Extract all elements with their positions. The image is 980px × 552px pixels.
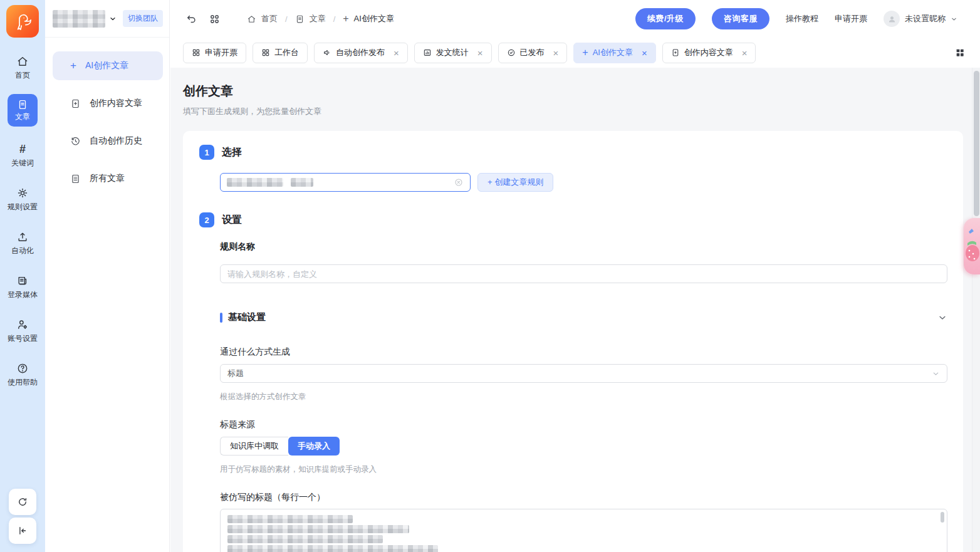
rail-item-account-settings[interactable]: 账号设置 xyxy=(0,318,45,344)
app-logo[interactable] xyxy=(6,5,39,38)
tab-auto-create-publish[interactable]: 自动创作发布 × xyxy=(314,43,408,63)
tab-create-content-article[interactable]: 创作内容文章 × xyxy=(662,43,756,63)
promo-float-widget[interactable] xyxy=(964,218,980,274)
close-icon[interactable]: × xyxy=(642,48,647,58)
chevron-down-icon[interactable] xyxy=(109,15,117,23)
breadcrumb-item-current: AI创作文章 xyxy=(354,13,394,24)
selected-rule-redacted xyxy=(227,178,283,187)
rule-name-input[interactable] xyxy=(220,264,947,283)
generation-method-select[interactable]: 标题 xyxy=(220,364,947,383)
tab-layout-grid-icon[interactable] xyxy=(955,48,965,58)
plus-icon: + xyxy=(582,48,588,58)
tab-label: 创作内容文章 xyxy=(684,47,733,58)
account-gear-icon xyxy=(16,318,29,331)
step-2-header: 2 设置 xyxy=(199,212,242,227)
rail-item-login-media[interactable]: 登录媒体 xyxy=(0,274,45,300)
tab-workbench[interactable]: 工作台 xyxy=(253,43,308,63)
file-plus-icon xyxy=(671,48,680,57)
source-option-manual-entry[interactable]: 手动录入 xyxy=(288,437,340,456)
tab-label: AI创作文章 xyxy=(593,47,633,58)
rail-item-label: 首页 xyxy=(15,70,30,81)
tab-label: 工作台 xyxy=(274,47,299,58)
team-name-redacted[interactable] xyxy=(53,10,105,28)
tab-invoice[interactable]: 申请开票 xyxy=(183,43,246,63)
selected-rule-redacted xyxy=(291,178,313,187)
panel-item-auto-create-history[interactable]: 自动创作历史 xyxy=(53,127,163,155)
renew-upgrade-button[interactable]: 续费/升级 xyxy=(635,8,696,29)
user-menu[interactable]: 未设置昵称 xyxy=(884,11,957,27)
check-circle-icon xyxy=(507,48,516,57)
team-panel: 切换团队 + AI创作文章 创作内容文章 自动创作历史 所有文章 xyxy=(45,0,170,552)
file-icon xyxy=(295,14,305,24)
close-icon[interactable]: × xyxy=(553,48,559,58)
article-icon xyxy=(17,99,28,110)
rail-item-rule-settings[interactable]: 规则设置 xyxy=(0,187,45,212)
apps-grid-icon[interactable] xyxy=(209,13,221,25)
document-icon xyxy=(70,174,81,184)
rail-item-keywords[interactable]: # 关键词 xyxy=(0,143,45,169)
title-line-redacted xyxy=(227,515,353,523)
rail-item-automation[interactable]: 自动化 xyxy=(0,231,45,256)
panel-item-label: 自动创作历史 xyxy=(90,135,142,147)
page-scrollbar[interactable] xyxy=(972,68,980,552)
back-icon[interactable] xyxy=(185,13,197,25)
create-article-card: 1 选择 + 创建文章规则 2 设置 规则名称 基础设置 xyxy=(183,131,963,552)
step-2-badge: 2 xyxy=(199,212,214,227)
title-source-toggle: 知识库中调取 手动录入 xyxy=(220,437,340,456)
rail-item-articles[interactable]: 文章 xyxy=(8,94,38,127)
upload-icon xyxy=(16,231,29,243)
panel-item-all-articles[interactable]: 所有文章 xyxy=(53,164,163,193)
megaphone-icon xyxy=(323,48,331,57)
rail-item-label: 登录媒体 xyxy=(8,289,38,300)
close-icon[interactable]: × xyxy=(742,48,748,58)
tab-label: 发文统计 xyxy=(436,47,469,58)
collapse-sidebar-button[interactable] xyxy=(9,518,36,544)
panel-item-label: 所有文章 xyxy=(90,173,125,184)
title-line-redacted xyxy=(227,545,438,552)
clear-selection-icon[interactable] xyxy=(454,177,464,187)
scrollbar-thumb[interactable] xyxy=(974,71,979,216)
collapse-left-icon xyxy=(17,525,28,536)
close-icon[interactable]: × xyxy=(477,48,483,58)
textarea-scrollbar-thumb[interactable] xyxy=(941,512,944,523)
breadcrumb-item-articles[interactable]: 文章 xyxy=(310,13,326,24)
tab-label: 已发布 xyxy=(520,47,545,58)
tutorial-link[interactable]: 操作教程 xyxy=(786,13,818,24)
basic-settings-title: 基础设置 xyxy=(228,311,266,323)
tab-publish-stats[interactable]: 发文统计 × xyxy=(414,43,492,63)
generation-method-value: 标题 xyxy=(227,368,244,379)
step-1-header: 1 选择 xyxy=(199,145,242,160)
chevron-down-icon xyxy=(951,16,957,23)
invoice-link[interactable]: 申请开票 xyxy=(835,13,867,24)
chevron-down-icon[interactable] xyxy=(937,313,947,323)
switch-team-button[interactable]: 切换团队 xyxy=(123,10,163,27)
rail-item-label: 规则设置 xyxy=(8,202,38,212)
tab-published[interactable]: 已发布 × xyxy=(498,43,568,63)
create-article-rule-button[interactable]: + 创建文章规则 xyxy=(477,173,553,192)
article-rule-select[interactable] xyxy=(220,173,471,192)
close-icon[interactable]: × xyxy=(394,48,399,58)
home-icon xyxy=(247,14,256,24)
basic-settings-header[interactable]: 基础设置 xyxy=(220,311,947,323)
nickname-label: 未设置昵称 xyxy=(905,13,946,24)
plus-icon: + xyxy=(343,13,348,24)
refresh-button[interactable] xyxy=(9,489,36,515)
imitated-titles-textarea[interactable] xyxy=(220,509,947,552)
rail-item-label: 账号设置 xyxy=(8,333,38,344)
panel-item-create-content-article[interactable]: 创作内容文章 xyxy=(53,89,163,118)
strawberry-icon xyxy=(964,218,980,274)
customer-support-button[interactable]: 咨询客服 xyxy=(712,8,769,29)
step-1-badge: 1 xyxy=(199,145,214,160)
refresh-icon xyxy=(17,496,28,508)
tab-label: 申请开票 xyxy=(205,47,237,58)
source-option-knowledge-base[interactable]: 知识库中调取 xyxy=(220,437,288,456)
tab-ai-create-article[interactable]: + AI创作文章 × xyxy=(573,43,655,63)
panel-item-ai-create-article[interactable]: + AI创作文章 xyxy=(53,51,163,80)
rail-item-home[interactable]: 首页 xyxy=(0,55,45,81)
rail-item-help[interactable]: 使用帮助 xyxy=(0,362,45,388)
duck-pencil-icon xyxy=(12,11,33,32)
panel-item-label: AI创作文章 xyxy=(85,60,128,71)
breadcrumb-item-home[interactable]: 首页 xyxy=(261,13,278,24)
grid-icon xyxy=(192,48,201,57)
generation-method-hint: 根据选择的方式创作文章 xyxy=(220,392,306,402)
